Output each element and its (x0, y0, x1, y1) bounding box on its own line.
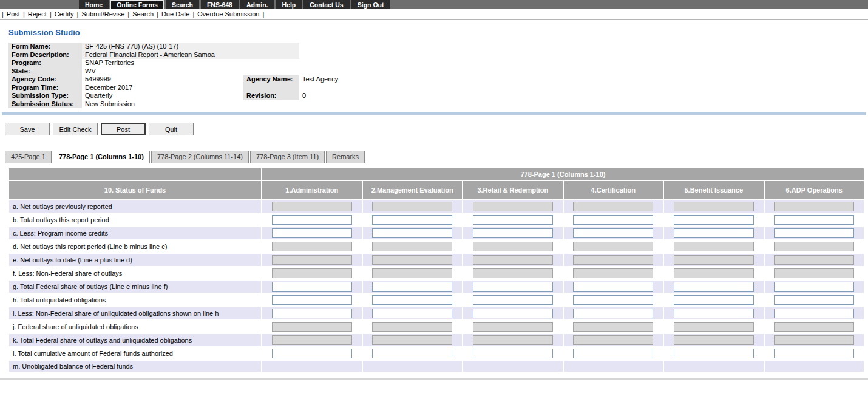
amount-input[interactable] (674, 309, 754, 318)
amount-input[interactable] (774, 215, 854, 225)
tab-778-page-3-item-11[interactable]: 778-Page 3 (Item 11) (250, 151, 325, 163)
amount-input[interactable] (473, 295, 553, 305)
amount-input[interactable] (372, 295, 452, 305)
nav-item-sign-out[interactable]: Sign Out (351, 0, 390, 9)
menu-separator: | (50, 10, 52, 18)
menu-link-search[interactable]: Search (132, 10, 154, 18)
tab-remarks[interactable]: Remarks (326, 151, 365, 163)
tab-425-page-1[interactable]: 425-Page 1 (5, 151, 52, 163)
amount-input (372, 268, 452, 278)
column-header: 2.Management Evaluation (363, 181, 463, 199)
input-cell (363, 361, 463, 372)
amount-input (774, 268, 854, 278)
detail-spacer (243, 51, 299, 60)
amount-input[interactable] (473, 282, 553, 292)
nav-item-help[interactable]: Help (276, 0, 302, 9)
menu-link-post[interactable]: Post (7, 10, 20, 18)
row-label: h. Total unliquidated obligations (9, 294, 261, 306)
amount-input[interactable] (774, 228, 854, 238)
input-cell (363, 227, 463, 239)
amount-input[interactable] (473, 309, 553, 318)
amount-input[interactable] (774, 349, 854, 358)
amount-input[interactable] (573, 349, 653, 358)
input-cell (262, 281, 362, 293)
amount-input[interactable] (272, 295, 352, 305)
amount-input[interactable] (674, 228, 754, 238)
input-cell (664, 361, 764, 372)
amount-input (573, 242, 653, 251)
amount-input[interactable] (774, 309, 854, 318)
menu-link-reject[interactable]: Reject (28, 10, 47, 18)
menu-link-certify[interactable]: Certify (55, 10, 74, 18)
amount-input[interactable] (272, 309, 352, 318)
amount-input (573, 255, 653, 265)
nav-item-home[interactable]: Home (79, 0, 109, 9)
save-button[interactable]: Save (5, 123, 50, 135)
submission-details: Form Name:SF-425 (FNS-778) (AS) (10-17)F… (8, 43, 864, 108)
amount-input[interactable] (473, 215, 553, 225)
input-cell (463, 200, 563, 213)
input-cell (463, 241, 563, 253)
quit-button[interactable]: Quit (149, 123, 194, 135)
amount-input[interactable] (372, 228, 452, 238)
amount-input[interactable] (674, 349, 754, 358)
details-tbody: Form Name:SF-425 (FNS-778) (AS) (10-17)F… (8, 43, 864, 108)
detail-label-2 (243, 84, 299, 92)
amount-input[interactable] (573, 309, 653, 318)
amount-input[interactable] (774, 295, 854, 305)
input-cell (765, 347, 864, 360)
edit-check-button[interactable]: Edit Check (53, 123, 98, 135)
amount-input[interactable] (573, 295, 653, 305)
amount-input[interactable] (573, 282, 653, 292)
detail-spacer (243, 43, 299, 51)
input-cell (262, 254, 362, 266)
tab-778-page-2-columns-11-14[interactable]: 778-Page 2 (Columns 11-14) (151, 151, 249, 163)
nav-item-admin[interactable]: Admin. (240, 0, 274, 9)
input-cell (262, 294, 362, 306)
amount-input (674, 242, 754, 251)
grid-title: 778-Page 1 (Columns 1-10) (262, 168, 864, 180)
amount-input[interactable] (372, 215, 452, 225)
amount-input[interactable] (272, 282, 352, 292)
amount-input[interactable] (573, 228, 653, 238)
nav-item-online-forms[interactable]: Online Forms (110, 0, 164, 9)
amount-input (372, 242, 452, 251)
amount-input[interactable] (473, 228, 553, 238)
input-cell (463, 227, 563, 239)
amount-input[interactable] (372, 349, 452, 358)
amount-input[interactable] (272, 215, 352, 225)
amount-input[interactable] (674, 215, 754, 225)
detail-spacer (243, 59, 299, 67)
amount-input[interactable] (473, 349, 553, 358)
tab-778-page-1-columns-1-10[interactable]: 778-Page 1 (Columns 1-10) (53, 151, 150, 163)
menu-link-submit-revise[interactable]: Submit/Revise (81, 10, 124, 18)
amount-input (473, 268, 553, 278)
post-button[interactable]: Post (101, 123, 146, 135)
amount-input[interactable] (674, 282, 754, 292)
amount-input (573, 268, 653, 278)
detail-value: New Submission (82, 100, 243, 109)
amount-input[interactable] (774, 282, 854, 292)
amount-input[interactable] (272, 349, 352, 358)
amount-input[interactable] (372, 309, 452, 318)
input-cell (564, 347, 663, 360)
amount-input[interactable] (272, 228, 352, 238)
amount-input[interactable] (674, 295, 754, 305)
detail-value: Quarterly (82, 92, 243, 100)
nav-item-contact-us[interactable]: Contact Us (303, 0, 349, 9)
nav-item-search[interactable]: Search (166, 0, 199, 9)
amount-input (473, 322, 553, 332)
input-cell (564, 254, 663, 266)
nav-item-fns-648[interactable]: FNS-648 (201, 0, 239, 9)
amount-input[interactable] (573, 215, 653, 225)
input-cell (765, 334, 864, 346)
row-label: k. Total Federal share of outlays and un… (9, 334, 261, 346)
amount-input[interactable] (372, 282, 452, 292)
menu-link-overdue-submission[interactable]: Overdue Submission (197, 10, 259, 18)
input-cell (262, 267, 362, 279)
details-row: Program:SNAP Territories (8, 59, 864, 67)
table-row: f. Less: Non-Federal share of outlays (9, 267, 864, 279)
details-row: Form Name:SF-425 (FNS-778) (AS) (10-17) (8, 43, 864, 51)
input-cell (262, 361, 362, 372)
menu-link-due-date[interactable]: Due Date (161, 10, 189, 18)
